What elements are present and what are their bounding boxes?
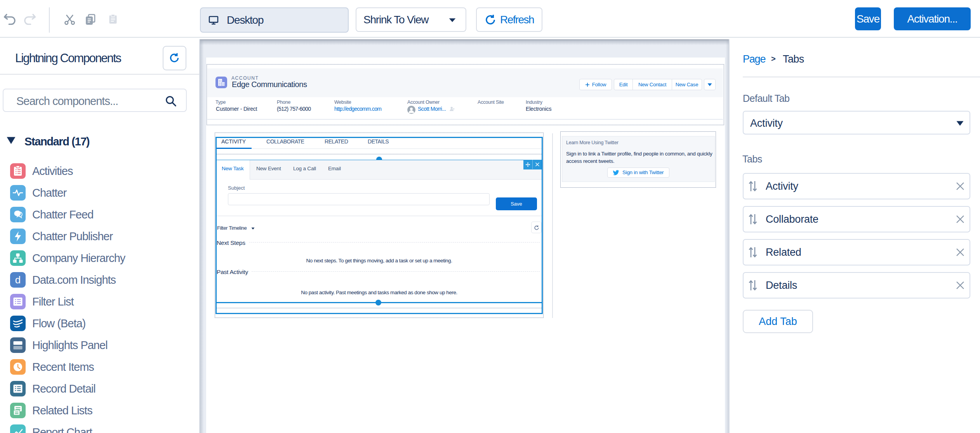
svg-text:d: d <box>15 274 21 286</box>
